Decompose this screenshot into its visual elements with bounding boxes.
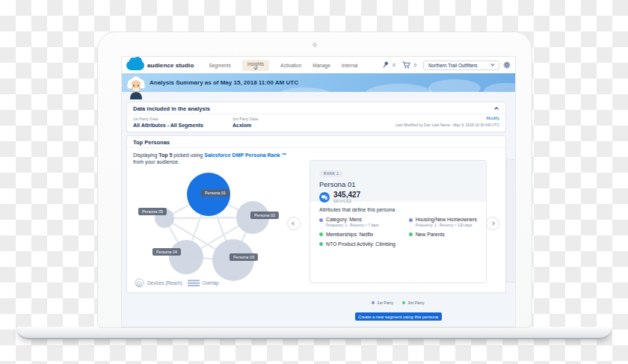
- app-screen: audience studio Segments Insights Activa…: [122, 57, 515, 327]
- analysis-banner: Analysis Summary as of May 15, 2018 11:0…: [122, 73, 515, 92]
- persona-detail-card: RANK 1 Persona 01 345,4: [310, 160, 487, 283]
- bubble-chart-labels: Persona 01Persona 02Persona 03Persona 04…: [129, 162, 301, 289]
- persona-bubble-chart: Persona 01Persona 02Persona 03Persona 04…: [129, 162, 301, 289]
- banner-title: Analysis Summary as of May 15, 2018 11:0…: [150, 79, 298, 86]
- attribute-item: NTO Product Activity: Climbing: [319, 241, 403, 247]
- rank-badge: RANK 1: [319, 170, 343, 177]
- modify-link[interactable]: Modify: [486, 116, 499, 120]
- persona-detail-header: RANK 1 Persona 01 345,4: [310, 161, 486, 202]
- stacked-lines-icon: [188, 280, 200, 287]
- carousel-next-button[interactable]: [486, 217, 499, 230]
- gear-icon[interactable]: [503, 61, 511, 69]
- nav-item-manage[interactable]: Manage: [313, 63, 330, 68]
- first-party-dot-icon: [372, 301, 375, 304]
- attribute-item: New Parents: [409, 232, 477, 237]
- nav-item-internal[interactable]: Internal: [342, 63, 358, 68]
- analysis-data-card: Data included in the analysis 1st Party …: [126, 102, 506, 132]
- top-personas-header: Top Personas: [127, 136, 505, 148]
- third-party-label: 3rd Party Data: [233, 117, 258, 121]
- persona-bubble-label: Persona 02: [250, 212, 279, 219]
- third-party-dot-icon: [409, 232, 413, 236]
- devices-value: 345,427: [333, 191, 360, 199]
- analysis-data-card-header: Data included in the analysis: [127, 102, 505, 114]
- pushpin-icon[interactable]: [383, 61, 389, 69]
- legend-devices-label: Devices (Reach): [147, 280, 182, 286]
- persona-bubble-label: Persona 04: [153, 248, 181, 256]
- nav-right: 0 0 Northern Trail Outfitters: [383, 61, 511, 70]
- attribute-label: Category: Mens: [326, 217, 403, 222]
- attributes-title: Attributes that define this persona: [319, 207, 477, 212]
- devices-icon: [319, 192, 330, 203]
- top-personas-card: Top Personas Displaying Top 5 picked usi…: [126, 135, 506, 293]
- legend-overlap: Overlap: [188, 280, 219, 287]
- desc-text: Displaying: [133, 152, 158, 158]
- attributes-grid: Category: Mens Frequency: 1 - Recency < …: [319, 217, 477, 247]
- legend-first-party: 1st Party: [372, 300, 393, 305]
- chevron-up-icon[interactable]: [494, 107, 499, 111]
- cloud-shape: [484, 83, 515, 93]
- first-party-label: 1st Party Data: [133, 117, 158, 121]
- chevron-right-icon: [490, 221, 495, 226]
- cloud-shape: [366, 84, 433, 92]
- legend-overlap-label: Overlap: [203, 280, 219, 286]
- persona-bubble-label: Persona 03: [230, 253, 258, 261]
- legend-first-party-label: 1st Party: [377, 300, 393, 305]
- chevron-down-icon: [490, 62, 495, 67]
- persona-name: Persona 01: [319, 180, 477, 188]
- create-segment-button[interactable]: Create a new segment using this persona: [355, 312, 442, 321]
- top-nav: audience studio Segments Insights Activa…: [122, 57, 515, 73]
- desc-text: picked using: [172, 152, 204, 158]
- cart-icon[interactable]: [402, 61, 410, 69]
- concentric-circles-icon: [135, 278, 144, 288]
- attribute-label: Housing/New Homeowners: [416, 217, 477, 222]
- webcam-dot: [313, 43, 317, 47]
- main-content: Data included in the analysis 1st Party …: [122, 92, 515, 327]
- nav-item-segments[interactable]: Segments: [209, 63, 230, 68]
- first-party-dot-icon: [409, 218, 413, 222]
- attribute-label: New Parents: [416, 232, 477, 237]
- transparency-checkerboard: audience studio Segments Insights Activa…: [0, 0, 628, 364]
- legend-third-party-label: 3rd Party: [407, 300, 424, 305]
- attribute-sub: Frequency: 1 - Recency < 120 days: [416, 223, 477, 227]
- first-party-dot-icon: [319, 218, 323, 222]
- salesforce-cloud-logo-icon: [126, 61, 144, 70]
- org-selector[interactable]: Northern Trail Outfitters: [423, 61, 499, 70]
- org-selector-value: Northern Trail Outfitters: [428, 63, 477, 68]
- legend-devices: Devices (Reach): [135, 278, 182, 288]
- third-party-value: Acxiom: [233, 123, 251, 128]
- first-party-value: All Attributes - All Segments: [133, 123, 203, 128]
- carousel-previous-button[interactable]: [287, 217, 301, 230]
- nav-item-insights[interactable]: Insights: [242, 60, 269, 71]
- chevron-left-icon: [292, 221, 296, 226]
- persona-rank-link[interactable]: Salesforce DMP Persona Rank ™: [204, 152, 286, 158]
- third-party-dot-icon: [319, 232, 323, 236]
- third-party-dot-icon: [402, 301, 405, 304]
- attribute-item: Housing/New Homeowners Frequency: 1 - Re…: [409, 217, 477, 227]
- persona-bubble-label: Persona 05: [138, 208, 167, 215]
- desc-top5: Top 5: [158, 152, 172, 158]
- analysis-data-card-title: Data included in the analysis: [133, 105, 210, 112]
- nav-item-activation[interactable]: Activation: [280, 63, 301, 68]
- attribute-item: Memberships: Netflix: [319, 232, 403, 237]
- top-personas-title: Top Personas: [133, 139, 170, 146]
- attribute-label: NTO Product Activity: Climbing: [326, 241, 403, 247]
- persona-bubble-label: Persona 01: [201, 189, 230, 197]
- brand-title: audience studio: [147, 62, 194, 69]
- next-persona-card-peek[interactable]: [506, 159, 515, 283]
- cloud-shape: [428, 79, 481, 93]
- persona-detail-body: Attributes that define this persona Cate…: [310, 202, 486, 284]
- third-party-dot-icon: [319, 242, 323, 246]
- legend-third-party: 3rd Party: [402, 300, 424, 305]
- party-legend: 1st Party 3rd Party: [310, 300, 486, 305]
- pin-count: 0: [392, 63, 395, 67]
- attribute-sub: Frequency: 1 - Recency < 7 days: [326, 223, 403, 227]
- chart-legend: Devices (Reach) Overlap: [135, 278, 219, 288]
- attribute-item: Category: Mens Frequency: 1 - Recency < …: [319, 217, 403, 227]
- einstein-avatar: [125, 76, 147, 100]
- nav-menu: Segments Insights Activation Manage Inte…: [209, 60, 357, 71]
- last-modified-text: Last Modified by Dan Last Name - May 9, …: [395, 123, 499, 127]
- cart-count: 0: [414, 63, 416, 67]
- laptop-base: [16, 327, 612, 339]
- attribute-label: Memberships: Netflix: [326, 232, 403, 237]
